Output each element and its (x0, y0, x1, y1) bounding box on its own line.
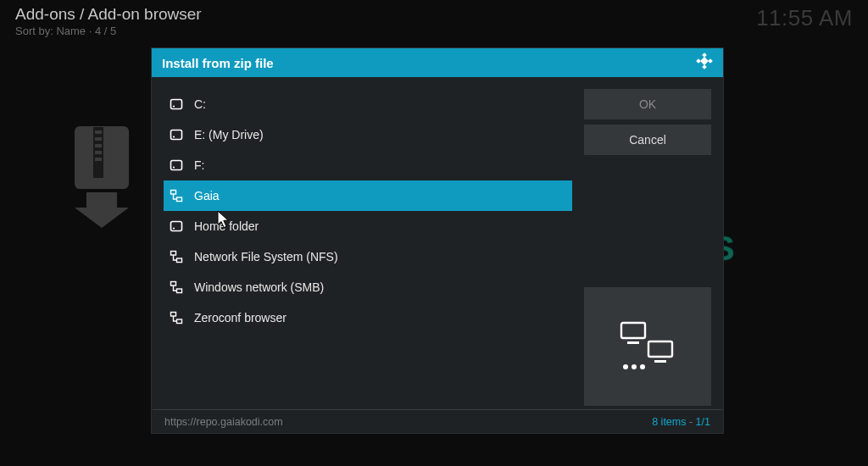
svg-point-34 (640, 364, 645, 369)
svg-rect-18 (171, 191, 176, 195)
source-item-home-folder[interactable]: Home folder (164, 211, 572, 241)
svg-rect-10 (702, 64, 707, 69)
svg-rect-22 (171, 252, 176, 256)
footer-path: https://repo.gaiakodi.com (164, 416, 283, 428)
zip-download-icon (70, 123, 142, 225)
network-icon (169, 249, 184, 264)
source-item-windows-network-smb[interactable]: Windows network (SMB) (164, 272, 572, 302)
preview-panel (584, 287, 711, 406)
install-zip-dialog: Install from zip file C:E: (My Drive)F:G… (151, 47, 724, 434)
hdd-icon (169, 158, 184, 173)
kodi-logo-icon (696, 53, 713, 73)
hdd-icon (169, 127, 184, 142)
source-label: Network File System (NFS) (194, 250, 338, 264)
clock: 11:55 AM (756, 5, 853, 31)
svg-point-17 (173, 166, 175, 168)
hdd-icon (169, 97, 184, 112)
footer-dash: - (689, 416, 696, 428)
svg-point-15 (173, 136, 175, 137)
svg-rect-23 (177, 258, 182, 263)
source-label: F: (194, 158, 204, 172)
source-item-f[interactable]: F: (164, 150, 572, 180)
page-header: Add-ons / Add-on browser Sort by: Name ·… (15, 5, 202, 37)
source-item-gaia[interactable]: Gaia (164, 180, 572, 211)
page-indicator: 1/1 (696, 416, 710, 428)
svg-rect-11 (700, 57, 709, 65)
source-item-zeroconf-browser[interactable]: Zeroconf browser (164, 302, 572, 333)
svg-rect-29 (627, 341, 639, 344)
source-item-network-file-system-nfs[interactable]: Network File System (NFS) (164, 241, 572, 272)
svg-rect-8 (696, 58, 701, 64)
source-label: C: (194, 97, 206, 111)
dialog-title: Install from zip file (162, 56, 274, 70)
svg-rect-31 (654, 360, 666, 363)
svg-point-21 (173, 227, 175, 229)
source-label: Zeroconf browser (194, 311, 287, 325)
position-indicator: 4 / 5 (95, 25, 116, 37)
svg-point-13 (173, 105, 175, 107)
source-label: Gaia (194, 189, 220, 202)
svg-rect-7 (702, 53, 707, 58)
page-title: Add-ons / Add-on browser (15, 5, 202, 24)
svg-rect-2 (95, 130, 102, 134)
svg-rect-25 (177, 289, 182, 293)
source-item-c[interactable]: C: (164, 89, 572, 119)
svg-rect-9 (708, 58, 713, 64)
ok-button[interactable]: OK (584, 89, 711, 119)
svg-point-33 (632, 364, 637, 369)
network-computers-icon (616, 319, 679, 374)
svg-rect-3 (95, 137, 102, 141)
network-icon (169, 310, 184, 325)
source-label: Home folder (194, 219, 259, 233)
svg-rect-28 (621, 323, 645, 338)
dialog-footer: https://repo.gaiakodi.com 8 items - 1/1 (153, 409, 722, 433)
source-item-e-my-drive[interactable]: E: (My Drive) (164, 119, 572, 150)
source-label: E: (My Drive) (194, 128, 264, 141)
network-icon (169, 188, 184, 203)
hdd-icon (169, 219, 184, 234)
page-subheader: Sort by: Name · 4 / 5 (15, 25, 202, 37)
file-source-list: C:E: (My Drive)F:GaiaHome folderNetwork … (164, 89, 572, 333)
source-label: Windows network (SMB) (194, 280, 324, 294)
svg-rect-16 (171, 161, 182, 170)
cancel-button[interactable]: Cancel (584, 125, 711, 155)
dialog-titlebar: Install from zip file (152, 48, 723, 77)
svg-rect-4 (95, 144, 102, 147)
network-icon (169, 280, 184, 295)
svg-rect-12 (171, 100, 182, 109)
svg-rect-27 (177, 319, 182, 324)
svg-rect-20 (171, 222, 182, 231)
svg-rect-14 (171, 130, 182, 140)
item-count: 8 items (652, 416, 686, 428)
sort-label: Sort by: Name (15, 25, 86, 37)
svg-rect-26 (171, 313, 176, 317)
svg-rect-19 (177, 197, 182, 202)
svg-rect-5 (95, 151, 102, 154)
dot-separator: · (89, 25, 95, 37)
svg-point-32 (623, 364, 628, 369)
svg-rect-24 (171, 282, 176, 286)
svg-rect-6 (95, 158, 102, 161)
svg-rect-30 (648, 341, 672, 357)
